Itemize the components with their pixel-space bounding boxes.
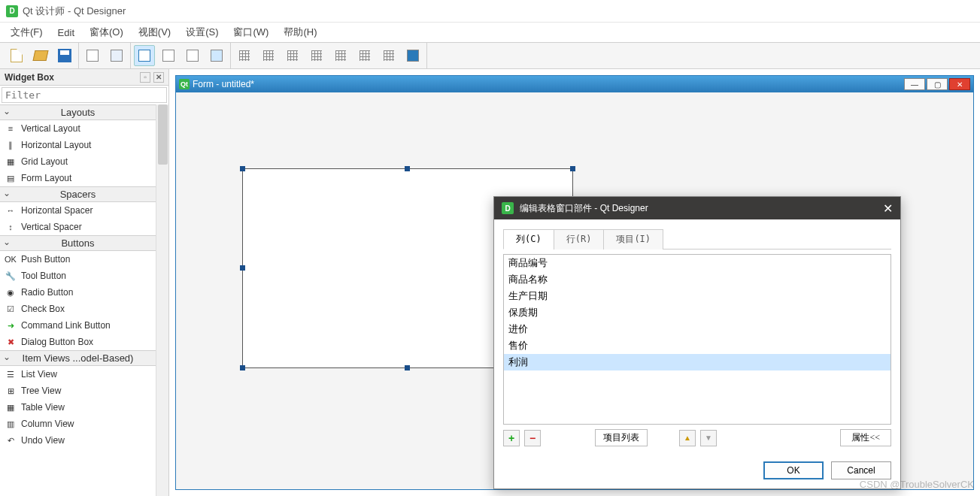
tableview-icon: ▦ — [5, 401, 17, 413]
layout-grid-button[interactable] — [330, 45, 351, 66]
menu-file[interactable]: 文件(F) — [3, 23, 50, 42]
list-item[interactable]: 商品编号 — [504, 255, 890, 271]
ok-button[interactable]: OK — [763, 461, 824, 479]
break-layout-button[interactable] — [378, 45, 399, 66]
widget-table-view[interactable]: ▦Table View — [0, 399, 156, 416]
tab-items[interactable]: 项目(I) — [603, 229, 663, 250]
category-buttons[interactable]: Buttons — [0, 235, 156, 251]
resize-handle[interactable] — [240, 166, 245, 171]
listview-icon: ☰ — [5, 368, 17, 380]
app-title: Qt 设计师 - Qt Designer — [23, 5, 126, 18]
category-item-views[interactable]: Item Views ...odel-Based) — [0, 350, 156, 366]
widget-horizontal-layout[interactable]: ∥Horizontal Layout — [0, 137, 156, 153]
radio-icon: ◉ — [5, 286, 17, 298]
dock-icon[interactable]: ▫ — [140, 72, 150, 83]
dialog-footer: OK Cancel — [494, 455, 900, 488]
widget-tool-button[interactable]: 🔧Tool Button — [0, 268, 156, 284]
menu-help[interactable]: 帮助(H) — [276, 23, 324, 42]
widget-box-title: Widget Box — [5, 72, 54, 83]
widget-list-scrollbar[interactable] — [156, 104, 168, 496]
category-layouts[interactable]: Layouts — [0, 104, 156, 120]
open-file-button[interactable] — [30, 45, 51, 66]
widget-radio-button[interactable]: ◉Radio Button — [0, 284, 156, 301]
edit-buddies-button[interactable] — [182, 45, 203, 66]
widget-horizontal-spacer[interactable]: ↔Horizontal Spacer — [0, 202, 156, 219]
layout-hsplit-button[interactable] — [282, 45, 303, 66]
menu-view[interactable]: 视图(V) — [131, 23, 178, 42]
cmdlink-icon: ➜ — [5, 319, 17, 331]
columns-listbox[interactable]: 商品编号 商品名称 生产日期 保质期 进价 售价 利润 — [503, 254, 891, 425]
send-back-button[interactable] — [82, 45, 103, 66]
widget-vertical-spacer[interactable]: ↕Vertical Spacer — [0, 219, 156, 235]
layout-h-button[interactable] — [234, 45, 255, 66]
list-item[interactable]: 商品名称 — [504, 271, 890, 288]
treeview-icon: ⊞ — [5, 385, 17, 397]
list-item[interactable]: 生产日期 — [504, 288, 890, 304]
layout-v-button[interactable] — [258, 45, 279, 66]
widget-grid-layout[interactable]: ▦Grid Layout — [0, 153, 156, 170]
form-close-button[interactable]: ✕ — [949, 78, 970, 90]
undoview-icon: ↶ — [5, 434, 17, 446]
widget-command-link[interactable]: ➜Command Link Button — [0, 317, 156, 334]
widget-column-view[interactable]: ▥Column View — [0, 416, 156, 432]
cancel-button[interactable]: Cancel — [831, 461, 891, 479]
dialog-tabs: 列(C) 行(R) 项目(I) — [503, 228, 891, 250]
widget-box-panel: Widget Box ▫ ✕ Layouts ≡Vertical Layout … — [0, 69, 169, 496]
form-titlebar[interactable]: Qt Form - untitled* — ▢ ✕ — [176, 76, 973, 92]
menu-edit[interactable]: Edit — [50, 24, 82, 41]
close-panel-icon[interactable]: ✕ — [153, 72, 164, 83]
form-min-button[interactable]: — — [904, 78, 925, 90]
columnview-icon: ▥ — [5, 418, 17, 430]
menu-form[interactable]: 窗体(O) — [82, 23, 131, 42]
tab-columns[interactable]: 列(C) — [503, 229, 554, 250]
tab-rows[interactable]: 行(R) — [554, 229, 605, 250]
resize-handle[interactable] — [405, 365, 410, 370]
remove-column-button[interactable]: − — [524, 430, 541, 446]
move-down-button[interactable] — [700, 430, 717, 446]
dialog-titlebar[interactable]: D 编辑表格窗口部件 - Qt Designer ✕ — [494, 197, 900, 219]
item-list-button[interactable]: 项目列表 — [595, 429, 648, 446]
widget-dialog-button-box[interactable]: ✖Dialog Button Box — [0, 334, 156, 350]
widget-vertical-layout[interactable]: ≡Vertical Layout — [0, 120, 156, 137]
vlayout-icon: ≡ — [5, 122, 17, 135]
properties-button[interactable]: 属性<< — [840, 429, 891, 446]
edit-table-dialog: D 编辑表格窗口部件 - Qt Designer ✕ 列(C) 行(R) 项目(… — [493, 196, 901, 489]
vspacer-icon: ↕ — [5, 221, 17, 233]
list-item[interactable]: 进价 — [504, 321, 890, 337]
dialog-toolbar-row: + − 项目列表 属性<< — [503, 429, 891, 446]
dialog-close-icon[interactable]: ✕ — [883, 201, 893, 216]
hspacer-icon: ↔ — [5, 204, 17, 216]
adjust-size-button[interactable] — [402, 45, 423, 66]
widget-undo-view[interactable]: ↶Undo View — [0, 432, 156, 449]
widget-check-box[interactable]: ☑Check Box — [0, 301, 156, 317]
save-file-button[interactable] — [54, 45, 75, 66]
widget-list-view[interactable]: ☰List View — [0, 366, 156, 383]
resize-handle[interactable] — [570, 166, 575, 171]
layout-vsplit-button[interactable] — [306, 45, 327, 66]
widget-push-button[interactable]: OKPush Button — [0, 251, 156, 268]
category-spacers[interactable]: Spacers — [0, 186, 156, 202]
resize-handle[interactable] — [240, 265, 245, 271]
layout-form-button[interactable] — [354, 45, 375, 66]
move-up-button[interactable] — [679, 430, 696, 446]
edit-signals-button[interactable] — [158, 45, 179, 66]
widget-list: Layouts ≡Vertical Layout ∥Horizontal Lay… — [0, 104, 168, 496]
list-item[interactable]: 售价 — [504, 337, 890, 354]
resize-handle[interactable] — [405, 166, 410, 171]
toolbutton-icon: 🔧 — [5, 270, 17, 282]
widget-form-layout[interactable]: ▤Form Layout — [0, 170, 156, 186]
edit-widgets-button[interactable] — [134, 45, 155, 66]
edit-tab-order-button[interactable] — [206, 45, 227, 66]
form-max-button[interactable]: ▢ — [927, 78, 948, 90]
widget-filter-input[interactable] — [2, 87, 167, 103]
list-item[interactable]: 保质期 — [504, 304, 890, 321]
add-column-button[interactable]: + — [503, 430, 520, 446]
list-item[interactable]: 利润 — [504, 354, 890, 370]
widget-tree-view[interactable]: ⊞Tree View — [0, 383, 156, 399]
resize-handle[interactable] — [240, 365, 245, 370]
bring-front-button[interactable] — [106, 45, 127, 66]
menu-settings[interactable]: 设置(S) — [178, 23, 226, 42]
widget-box-header: Widget Box ▫ ✕ — [0, 69, 168, 86]
new-file-button[interactable] — [6, 45, 27, 66]
menu-window[interactable]: 窗口(W) — [226, 23, 276, 42]
